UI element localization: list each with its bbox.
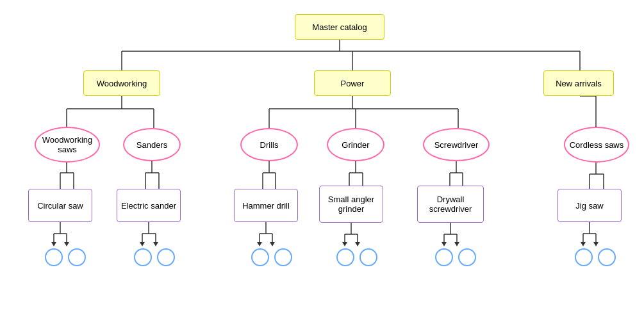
electric-sander-label: Electric sander <box>121 201 176 211</box>
svg-marker-51 <box>153 242 158 246</box>
svg-marker-68 <box>442 242 447 246</box>
circle-6b <box>598 248 616 266</box>
circle-2a <box>134 248 152 266</box>
hammer-drill-label: Hammer drill <box>242 201 290 211</box>
new-arrivals-node: New arrivals <box>543 70 614 96</box>
small-angler-grinder-node: Small angler grinder <box>319 186 383 223</box>
electric-sander-node: Electric sander <box>117 189 181 222</box>
screwdriver-label: Screwdriver <box>434 140 479 150</box>
drills-node: Drills <box>240 128 298 161</box>
woodworking-node: Woodworking <box>83 70 160 96</box>
cordless-saws-node: Cordless saws <box>564 127 629 163</box>
svg-marker-74 <box>581 242 586 246</box>
circle-4a <box>336 248 354 266</box>
circular-saw-node: Circular saw <box>28 189 92 222</box>
power-node: Power <box>314 70 391 96</box>
woodworking-saws-label: Woodworking saws <box>36 135 99 154</box>
woodworking-saws-node: Woodworking saws <box>35 127 100 163</box>
master-catalog-node: Master catalog <box>295 14 384 40</box>
svg-marker-44 <box>51 242 56 246</box>
svg-marker-62 <box>342 242 347 246</box>
grinder-label: Grinder <box>342 140 369 150</box>
master-catalog-label: Master catalog <box>312 22 367 32</box>
hammer-drill-node: Hammer drill <box>234 189 298 222</box>
jig-saw-label: Jig saw <box>575 201 603 211</box>
sanders-label: Sanders <box>136 140 167 150</box>
circle-3a <box>251 248 269 266</box>
cordless-saws-label: Cordless saws <box>570 140 624 150</box>
svg-marker-63 <box>355 242 360 246</box>
circle-6a <box>575 248 593 266</box>
grinder-node: Grinder <box>327 128 384 161</box>
svg-marker-75 <box>593 242 599 246</box>
svg-marker-50 <box>140 242 145 246</box>
power-label: Power <box>341 79 365 88</box>
svg-marker-69 <box>454 242 459 246</box>
sanders-node: Sanders <box>123 128 181 161</box>
svg-marker-57 <box>270 242 275 246</box>
circle-3b <box>274 248 292 266</box>
drywall-screwdriver-label: Drywall screwdriver <box>418 195 483 214</box>
circle-2b <box>157 248 175 266</box>
circle-5b <box>458 248 476 266</box>
svg-marker-56 <box>257 242 262 246</box>
jig-saw-node: Jig saw <box>557 189 622 222</box>
svg-marker-45 <box>64 242 69 246</box>
small-angler-grinder-label: Small angler grinder <box>320 195 383 214</box>
circle-1a <box>45 248 63 266</box>
circle-5a <box>435 248 453 266</box>
woodworking-label: Woodworking <box>97 79 147 88</box>
circular-saw-label: Circular saw <box>37 201 83 211</box>
screwdriver-node: Screwdriver <box>423 128 490 161</box>
circle-1b <box>68 248 86 266</box>
drywall-screwdriver-node: Drywall screwdriver <box>417 186 484 223</box>
drills-label: Drills <box>260 140 279 150</box>
circle-4b <box>359 248 377 266</box>
new-arrivals-label: New arrivals <box>556 79 602 88</box>
